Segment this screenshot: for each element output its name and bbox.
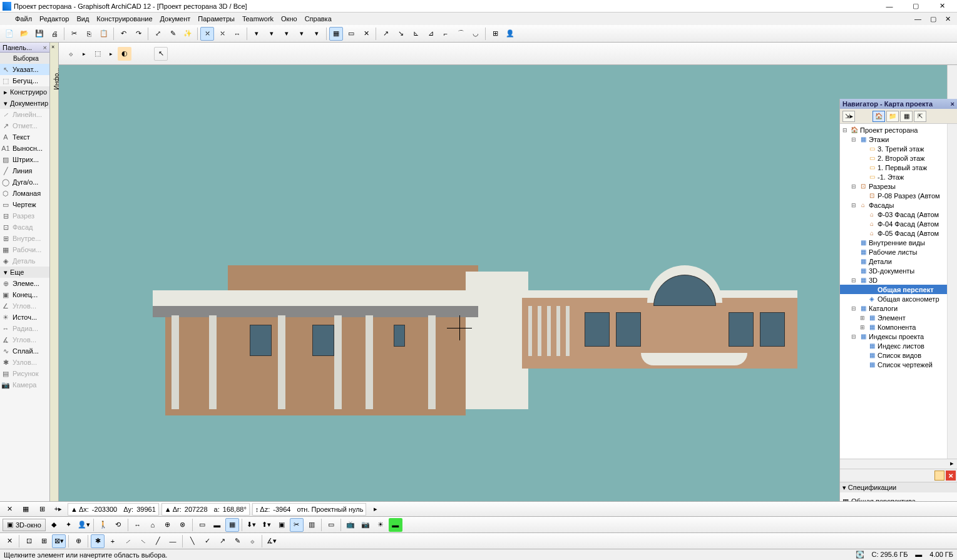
a8-icon[interactable]: ↗ — [379, 27, 392, 41]
a6-icon[interactable]: ▭ — [344, 27, 358, 41]
m20-icon[interactable]: 📷 — [359, 518, 372, 532]
ib3-icon[interactable]: ◐ — [118, 47, 131, 61]
tree-node[interactable]: ⊟▦Индексы проекта — [840, 332, 947, 341]
e9-icon[interactable]: ⟍ — [136, 534, 150, 548]
expand-icon[interactable]: ⊟ — [851, 183, 857, 190]
tree-node[interactable]: ▭-1. Этаж — [840, 172, 947, 181]
tree-node[interactable]: ⊟▦Каталоги — [840, 303, 947, 313]
m21-icon[interactable]: ☀ — [374, 518, 387, 532]
tool-[interactable]: ⟋Линейн... — [0, 109, 49, 120]
navigator-tree[interactable]: ⊟🏠Проект ресторана⊟▦Этажи▭3. Третий этаж… — [840, 124, 957, 459]
e11-icon[interactable]: — — [166, 534, 180, 548]
maximize-button[interactable]: ▢ — [903, 1, 928, 12]
m10-icon[interactable]: ▭ — [195, 518, 209, 532]
e7-icon[interactable]: + — [106, 534, 120, 548]
tool-[interactable]: ╱Линия — [0, 165, 49, 176]
adjust-icon[interactable]: ↔ — [230, 27, 244, 41]
m12-icon[interactable]: ▦ — [225, 518, 239, 532]
layer5-icon[interactable]: ▾ — [310, 27, 324, 41]
menu-документ[interactable]: Документ — [156, 14, 195, 24]
mdi-minimize[interactable]: — — [911, 15, 925, 23]
e8-icon[interactable]: ⟋ — [121, 534, 135, 548]
e4-icon[interactable]: ⊠▾ — [52, 534, 66, 548]
m13-icon[interactable]: ⬇▾ — [245, 518, 258, 532]
ib2-icon[interactable]: ⬚ — [91, 47, 105, 61]
tree-node[interactable]: ⊟▦Этажи — [840, 135, 947, 144]
tree-node[interactable]: ▦Индекс листов — [840, 341, 947, 350]
menu-редактор[interactable]: Редактор — [36, 14, 73, 24]
3d-window-button[interactable]: ▣3D-окно — [3, 519, 46, 531]
tree-node[interactable]: ▦3D-документы — [840, 266, 947, 275]
panel-min-icon[interactable] — [934, 471, 944, 481]
m16-icon[interactable]: ✂ — [290, 518, 304, 532]
cut-icon[interactable]: ✂ — [67, 27, 81, 41]
a13-icon[interactable]: ⌒ — [454, 27, 468, 41]
m17-icon[interactable]: ▥ — [305, 518, 319, 532]
undo-icon[interactable]: ↶ — [116, 27, 130, 41]
tree-node[interactable]: ▭2. Второй этаж — [840, 153, 947, 163]
tree-node[interactable]: ▦Список чертежей — [840, 360, 947, 369]
tool-[interactable]: AТекст — [0, 131, 49, 143]
split-icon[interactable]: ⤬ — [215, 27, 229, 41]
menu-окно[interactable]: Окно — [277, 14, 301, 24]
paste-icon[interactable]: 📋 — [97, 27, 111, 41]
tree-node[interactable]: ▦Рабочие листы — [840, 247, 947, 257]
tool-[interactable]: 📷Камера — [0, 379, 49, 390]
nav-tab-views-icon[interactable]: 📁 — [886, 111, 899, 122]
tree-node[interactable]: ⊟🏠Проект ресторана — [840, 125, 947, 135]
cb5-icon[interactable]: ▸ — [369, 502, 382, 516]
m18-icon[interactable]: ▭ — [324, 518, 338, 532]
section-construct[interactable]: ▸Конструиро — [0, 86, 49, 98]
close-button[interactable]: ✕ — [929, 1, 954, 12]
e17-icon[interactable]: ∡▾ — [265, 534, 279, 548]
e3-icon[interactable]: ⊞ — [37, 534, 51, 548]
tree-node[interactable]: ⌂Ф-03 Фасад (Автом — [840, 210, 947, 219]
spec-header[interactable]: ▾ Спецификации — [840, 482, 957, 492]
wand-icon[interactable]: ✨ — [181, 27, 195, 41]
m4-icon[interactable]: 🚶 — [96, 518, 110, 532]
new-icon[interactable]: 📄 — [3, 27, 16, 41]
navigator-close-icon[interactable]: × — [951, 100, 954, 108]
layer4-icon[interactable]: ▾ — [295, 27, 309, 41]
e16-icon[interactable]: ⟐ — [245, 534, 259, 548]
tree-node[interactable]: ⊟⌂Фасады — [840, 200, 947, 210]
menu-конструирование[interactable]: Конструирование — [93, 14, 156, 24]
tree-node[interactable]: ⊞▦Элемент — [840, 313, 947, 322]
tree-scroll-right[interactable]: ▸ — [947, 459, 957, 469]
tree-node[interactable]: ⊞▦Компонента — [840, 322, 947, 332]
menu-файл[interactable]: Файл — [11, 14, 36, 24]
expand-icon[interactable]: ⊟ — [851, 305, 857, 312]
nav-tab-publisher-icon[interactable]: ⇱ — [914, 111, 926, 122]
m9-icon[interactable]: ⊗ — [176, 518, 190, 532]
tool-[interactable]: ⊕Элеме... — [0, 278, 49, 289]
tool-[interactable]: ↖Указат... — [0, 64, 49, 75]
m14-icon[interactable]: ⬆▾ — [260, 518, 274, 532]
e1-icon[interactable]: ✕ — [3, 534, 16, 548]
panel-close-icon[interactable]: ✕ — [946, 471, 956, 481]
dropper-icon[interactable]: ✎ — [166, 27, 180, 41]
tree-node[interactable]: ▦Внутренние виды — [840, 238, 947, 247]
e6-icon[interactable]: ✱ — [91, 534, 105, 548]
tree-node[interactable]: ◈Общая перспект — [840, 285, 947, 294]
tool-[interactable]: ⊟Разрез — [0, 210, 49, 221]
tool-[interactable]: ⊞Внутре... — [0, 233, 49, 244]
a16-icon[interactable]: 👤 — [503, 27, 517, 41]
tree-scrollbar[interactable] — [947, 124, 957, 459]
nav-tab-layouts-icon[interactable]: ▦ — [900, 111, 913, 122]
mdi-close[interactable]: ✕ — [941, 15, 954, 23]
layer2-icon[interactable]: ▾ — [265, 27, 279, 41]
m22-icon[interactable]: ▬ — [389, 518, 402, 532]
menu-вид[interactable]: Вид — [73, 14, 93, 24]
m6-icon[interactable]: ↔ — [131, 518, 145, 532]
ib-arrow-icon[interactable]: ↖ — [154, 47, 168, 61]
e14-icon[interactable]: ↗ — [215, 534, 229, 548]
tool-[interactable]: ◈Деталь — [0, 255, 49, 267]
cb3-icon[interactable]: ⊞ — [35, 502, 49, 516]
grid-icon[interactable]: ▦ — [329, 27, 343, 41]
tree-node[interactable]: ◈Общая аксонометр — [840, 294, 947, 303]
tool-[interactable]: ▭Чертеж — [0, 199, 49, 210]
tool-[interactable]: ◯Дуга/о... — [0, 176, 49, 188]
expand-icon[interactable]: ⊟ — [851, 202, 857, 208]
section-document[interactable]: ▾Документир — [0, 98, 49, 109]
expand-icon[interactable]: ⊟ — [851, 136, 857, 143]
